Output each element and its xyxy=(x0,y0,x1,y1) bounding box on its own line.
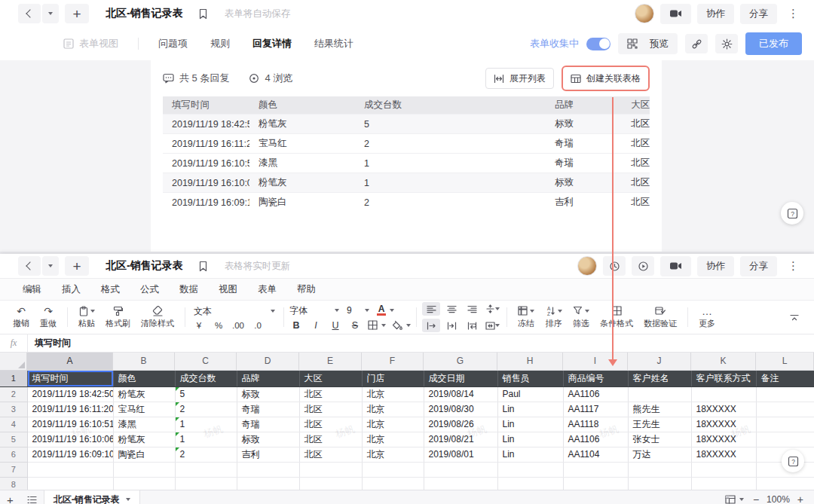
text-wrap-button[interactable] xyxy=(463,319,481,332)
cell-K6[interactable]: 18XXXXX xyxy=(691,447,756,462)
sheet-tab-active[interactable]: 北区-销售记录表 xyxy=(44,490,140,504)
cell-L1[interactable]: 备注 xyxy=(756,371,814,386)
column-header-E[interactable]: E xyxy=(299,353,362,370)
collaborate-button[interactable]: 协作 xyxy=(697,256,734,276)
form-table-row[interactable]: 2019/11/19 18:42:50粉笔灰5标致北区 xyxy=(163,115,650,134)
tab-rules[interactable]: 规则 xyxy=(210,37,230,50)
history-button[interactable] xyxy=(603,256,626,276)
font-color-button[interactable]: A xyxy=(377,305,394,316)
cell-G4[interactable]: 2019/08/26 xyxy=(424,417,497,432)
row-number-4[interactable]: 4 xyxy=(0,417,27,432)
cell-E7[interactable] xyxy=(299,462,362,477)
cell-D7[interactable] xyxy=(237,462,299,477)
cell-C7[interactable] xyxy=(175,462,237,477)
bookmark-icon[interactable] xyxy=(198,261,208,272)
menu-edit[interactable]: 编辑 xyxy=(23,283,41,296)
settings-button[interactable] xyxy=(715,34,738,53)
cell-D2[interactable]: 标致 xyxy=(237,386,299,402)
cell-H1[interactable]: 销售员 xyxy=(497,371,563,386)
underline-button[interactable]: U xyxy=(329,320,342,331)
new-document-button[interactable]: + xyxy=(65,256,89,276)
bookmark-icon[interactable] xyxy=(198,8,208,20)
column-header-K[interactable]: K xyxy=(691,353,756,370)
fill-color-button[interactable] xyxy=(392,320,411,330)
cell-G3[interactable]: 2019/08/30 xyxy=(424,402,497,417)
cell-K8[interactable] xyxy=(691,477,756,490)
decrease-decimal-button[interactable]: .0 xyxy=(249,321,266,330)
cell-A4[interactable]: 2019/11/19 16:10:51 xyxy=(27,417,113,432)
menu-form[interactable]: 表单 xyxy=(258,283,277,296)
cell-D6[interactable]: 吉利 xyxy=(237,447,299,462)
tab-questions[interactable]: 问题项 xyxy=(158,37,188,50)
collapse-toolbar-button[interactable] xyxy=(790,314,799,321)
menu-insert[interactable]: 插入 xyxy=(62,283,81,296)
form-table-row[interactable]: 2019/11/19 16:09:10陶瓷白2吉利北区 xyxy=(163,193,650,212)
column-header-D[interactable]: D xyxy=(237,353,299,370)
more-tools-button[interactable]: … 更多 xyxy=(693,306,721,329)
cell-A8[interactable] xyxy=(27,477,113,490)
cell-C5[interactable]: 1 xyxy=(175,432,237,447)
column-header-H[interactable]: H xyxy=(497,353,563,370)
row-number-5[interactable]: 5 xyxy=(0,432,27,447)
clear-style-button[interactable]: 清除样式 xyxy=(136,306,179,329)
cell-C1[interactable]: 成交台数 xyxy=(175,371,237,386)
preview-button[interactable]: 预览 xyxy=(644,38,675,50)
cell-H8[interactable] xyxy=(497,477,563,490)
cell-I3[interactable]: AA1117 xyxy=(563,402,628,417)
freeze-button[interactable]: 冻结 xyxy=(513,306,540,329)
cell-D3[interactable]: 奇瑞 xyxy=(237,402,299,417)
formula-value[interactable]: 填写时间 xyxy=(28,337,71,350)
expand-list-button[interactable]: 展开列表 xyxy=(485,68,554,89)
view-mode-button[interactable] xyxy=(725,495,744,504)
cell-H3[interactable]: Lin xyxy=(497,402,563,417)
cell-L8[interactable] xyxy=(756,477,814,490)
copy-link-button[interactable] xyxy=(685,34,708,53)
help-button-sheet[interactable]: ? xyxy=(782,450,804,472)
bold-button[interactable]: B xyxy=(289,320,303,331)
cell-H7[interactable] xyxy=(497,462,563,477)
cell-F1[interactable]: 门店 xyxy=(362,371,424,386)
form-view-toggle[interactable]: 表单视图 xyxy=(63,37,118,50)
cell-I5[interactable]: AA1106 xyxy=(563,432,628,447)
zoom-out-button[interactable]: − xyxy=(753,493,759,504)
cell-E8[interactable] xyxy=(299,477,362,490)
column-header-I[interactable]: I xyxy=(563,353,628,370)
menu-view[interactable]: 视图 xyxy=(219,283,237,296)
more-menu-button[interactable]: ⋮ xyxy=(783,7,803,20)
cell-G8[interactable] xyxy=(424,477,497,490)
cell-F4[interactable]: 北京 xyxy=(362,417,424,432)
share-button[interactable]: 分享 xyxy=(740,4,777,24)
form-table-row[interactable]: 2019/11/19 16:10:51漆黑1奇瑞北区 xyxy=(163,154,650,173)
avatar[interactable] xyxy=(635,4,654,23)
cell-A7[interactable] xyxy=(27,462,113,477)
sheet-list-button[interactable] xyxy=(20,496,44,504)
presentation-button[interactable] xyxy=(632,256,654,276)
cell-F2[interactable]: 北京 xyxy=(362,386,424,402)
cell-K4[interactable]: 18XXXXX xyxy=(691,417,756,432)
cell-K1[interactable]: 客户联系方式 xyxy=(691,371,756,386)
tab-reply-details[interactable]: 回复详情 xyxy=(252,37,292,50)
text-overflow-button[interactable] xyxy=(422,319,440,332)
cell-J6[interactable]: 万达 xyxy=(628,447,691,462)
cell-L4[interactable] xyxy=(756,417,814,432)
merge-cells-button[interactable] xyxy=(483,319,501,332)
cell-G5[interactable]: 2019/08/21 xyxy=(424,432,497,447)
cell-I1[interactable]: 商品编号 xyxy=(563,371,628,386)
cell-J2[interactable] xyxy=(628,386,691,402)
cell-B5[interactable]: 粉笔灰 xyxy=(113,432,175,447)
cell-G2[interactable]: 2019/08/14 xyxy=(424,386,497,402)
back-button[interactable] xyxy=(18,256,41,276)
number-format-dropdown[interactable]: 文本 xyxy=(191,305,278,318)
cell-L5[interactable] xyxy=(756,432,814,447)
cell-E5[interactable]: 北区 xyxy=(299,432,362,447)
cell-E3[interactable]: 北区 xyxy=(299,402,362,417)
cell-B3[interactable]: 宝马红 xyxy=(113,402,175,417)
nav-dropdown-button[interactable] xyxy=(42,4,59,23)
cell-K2[interactable] xyxy=(691,386,756,402)
cell-A1[interactable]: 填写时间 xyxy=(27,371,113,386)
cell-E2[interactable]: 北区 xyxy=(299,386,362,402)
cell-D5[interactable]: 标致 xyxy=(237,432,299,447)
cell-A5[interactable]: 2019/11/19 16:10:06 xyxy=(27,432,113,447)
cell-J5[interactable]: 张女士 xyxy=(628,432,691,447)
nav-dropdown-button[interactable] xyxy=(42,256,59,276)
